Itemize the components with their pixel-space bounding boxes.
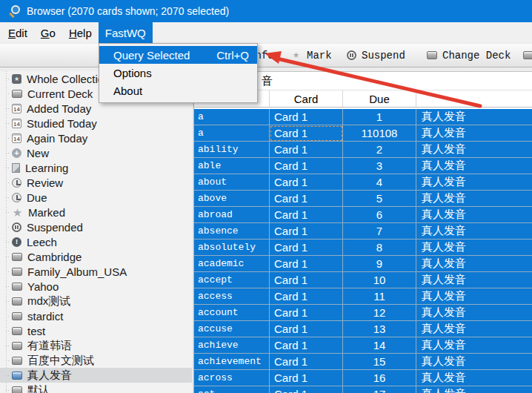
cell-due[interactable]: 15 [343, 354, 416, 370]
cell-card[interactable]: Card 1 [270, 109, 343, 125]
cell-card[interactable]: Card 1 [270, 223, 343, 240]
table-row[interactable]: accessCard 111真人发音 [194, 288, 532, 305]
table-row[interactable]: actCard 117真人发音 [194, 386, 532, 393]
cell-deck[interactable]: 真人发音 [416, 256, 532, 272]
cell-card[interactable]: Card 1 [270, 386, 343, 393]
sidebar-item[interactable]: stardict [0, 308, 192, 323]
table-row[interactable]: acrossCard 116真人发音 [194, 370, 532, 386]
cell-due[interactable]: 3 [343, 158, 416, 174]
sidebar-item[interactable]: Review [0, 175, 192, 190]
column-header-due[interactable]: Due [343, 90, 416, 107]
cell-sort[interactable]: academic [194, 256, 270, 272]
cell-sort[interactable]: accuse [194, 321, 270, 337]
sidebar-item[interactable]: 百度中文测试 [0, 353, 192, 368]
cell-card[interactable]: Card 1 [270, 272, 343, 288]
table-row[interactable]: abroadCard 16真人发音 [194, 207, 532, 223]
sidebar-item[interactable]: Added Today [0, 101, 192, 116]
cell-due[interactable]: 16 [343, 370, 416, 386]
cell-sort[interactable]: act [194, 386, 270, 393]
cell-due[interactable]: 17 [343, 386, 416, 393]
sidebar-item[interactable]: mdx测试 [0, 294, 192, 308]
cell-due[interactable]: 110108 [343, 125, 416, 142]
cell-due[interactable]: 6 [343, 207, 416, 223]
cell-sort[interactable]: able [194, 158, 270, 174]
cell-due[interactable]: 7 [343, 223, 416, 240]
cell-deck[interactable]: 真人发音 [416, 288, 532, 305]
cell-card[interactable]: Card 1 [270, 370, 343, 386]
sidebar-item[interactable]: Leech [0, 234, 192, 249]
table-row[interactable]: absolutelyCard 18真人发音 [194, 240, 532, 256]
sidebar-item[interactable]: 有道韩语 [0, 338, 192, 353]
cell-deck[interactable]: 真人发音 [416, 240, 532, 256]
cell-sort[interactable]: a [194, 125, 270, 142]
sidebar-item[interactable]: Studied Today [0, 116, 192, 131]
cell-sort[interactable]: about [194, 174, 270, 191]
menu-item-options[interactable]: Options [99, 64, 257, 82]
cell-due[interactable]: 1 [343, 109, 416, 125]
cell-deck[interactable]: 真人发音 [416, 321, 532, 337]
cell-deck[interactable]: 真人发音 [416, 109, 532, 125]
cell-sort[interactable]: accept [194, 272, 270, 288]
cell-due[interactable]: 10 [343, 272, 416, 288]
cell-due[interactable]: 13 [343, 321, 416, 337]
table-row[interactable]: absenceCard 17真人发音 [194, 223, 532, 240]
table-row[interactable]: academicCard 19真人发音 [194, 256, 532, 272]
cell-deck[interactable]: 真人发音 [416, 337, 532, 354]
cell-sort[interactable]: ability [194, 142, 270, 158]
column-header-card[interactable]: Card [270, 90, 343, 107]
cell-card[interactable]: Card 1 [270, 125, 343, 142]
table-row[interactable]: accountCard 112真人发音 [194, 305, 532, 321]
cell-sort[interactable]: a [194, 109, 270, 125]
cell-sort[interactable]: achieve [194, 337, 270, 354]
cell-deck[interactable]: 真人发音 [416, 305, 532, 321]
cell-due[interactable]: 8 [343, 240, 416, 256]
cell-deck[interactable]: 真人发音 [416, 191, 532, 207]
toolbar-mark[interactable]: Mark [290, 44, 332, 67]
sidebar-item[interactable]: Yahoo [0, 279, 192, 294]
sidebar-item[interactable]: Cambridge [0, 249, 192, 264]
cell-card[interactable]: Card 1 [270, 142, 343, 158]
cell-card[interactable]: Card 1 [270, 354, 343, 370]
cell-deck[interactable]: 真人发音 [416, 370, 532, 386]
menu-edit[interactable]: Edit [1, 22, 34, 43]
sidebar-item[interactable]: Again Today [0, 131, 192, 145]
table-row[interactable]: abilityCard 12真人发音 [194, 142, 532, 158]
cell-deck[interactable]: 真人发音 [416, 223, 532, 240]
menu-item-about[interactable]: About [99, 82, 257, 99]
table-row[interactable]: aCard 1110108真人发音 [194, 125, 532, 142]
cell-sort[interactable]: above [194, 191, 270, 207]
cell-card[interactable]: Card 1 [270, 321, 343, 337]
cell-deck[interactable]: 真人发音 [416, 272, 532, 288]
cell-sort[interactable]: abroad [194, 207, 270, 223]
cell-sort[interactable]: absence [194, 223, 270, 240]
table-row[interactable]: aboutCard 14真人发音 [194, 174, 532, 191]
sidebar-item[interactable]: Suspended [0, 219, 192, 234]
cell-card[interactable]: Card 1 [270, 256, 343, 272]
sidebar-item[interactable]: Family_Album_USA [0, 264, 192, 279]
cell-card[interactable]: Card 1 [270, 240, 343, 256]
table-row[interactable]: ableCard 13真人发音 [194, 158, 532, 174]
cell-deck[interactable]: 真人发音 [416, 125, 532, 142]
cell-card[interactable]: Card 1 [270, 158, 343, 174]
sidebar-item[interactable]: test [0, 323, 192, 338]
cell-due[interactable]: 14 [343, 337, 416, 354]
menu-help[interactable]: Help [62, 22, 99, 43]
cell-card[interactable]: Card 1 [270, 337, 343, 354]
cell-deck[interactable]: 真人发音 [416, 386, 532, 393]
cell-sort[interactable]: access [194, 288, 270, 305]
cell-sort[interactable]: across [194, 370, 270, 386]
table-row[interactable]: aboveCard 15真人发音 [194, 191, 532, 207]
table-row[interactable]: accuseCard 113真人发音 [194, 321, 532, 337]
cell-card[interactable]: Card 1 [270, 191, 343, 207]
menu-fastwq[interactable]: FastWQ [99, 22, 153, 43]
cell-due[interactable]: 12 [343, 305, 416, 321]
cell-due[interactable]: 2 [343, 142, 416, 158]
cell-due[interactable]: 9 [343, 256, 416, 272]
cell-sort[interactable]: achievement [194, 354, 270, 370]
cell-deck[interactable]: 真人发音 [416, 142, 532, 158]
cell-card[interactable]: Card 1 [270, 207, 343, 223]
cell-due[interactable]: 5 [343, 191, 416, 207]
sidebar-item[interactable]: Due [0, 190, 192, 205]
sidebar-item[interactable]: 真人发音 [0, 368, 192, 383]
cell-sort[interactable]: account [194, 305, 270, 321]
